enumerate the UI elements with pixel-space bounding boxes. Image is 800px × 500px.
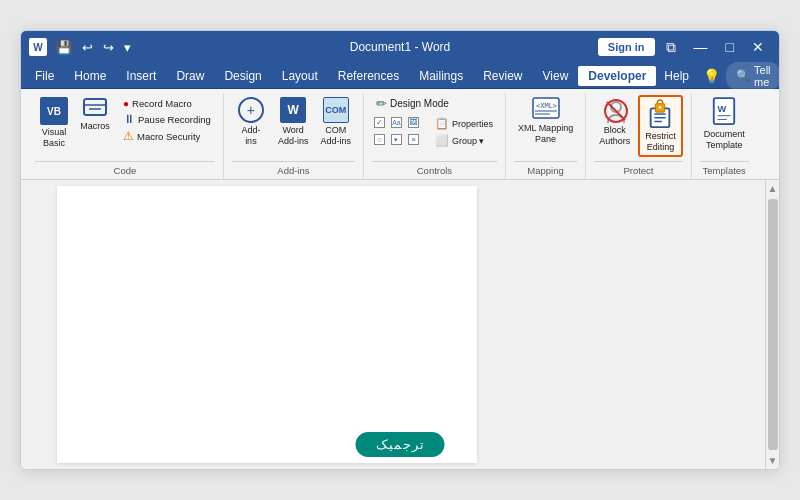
word-add-ins-button[interactable]: W WordAdd-ins — [274, 95, 313, 149]
group-label: Group ▾ — [452, 136, 485, 146]
menu-layout[interactable]: Layout — [272, 66, 328, 86]
restrict-editing-button[interactable]: RestrictEditing — [638, 95, 683, 157]
visual-basic-icon: VB — [40, 97, 68, 125]
protect-group-label: Protect — [594, 161, 683, 179]
search-icon: 🔍 — [736, 69, 750, 82]
controls-col1: ✓ Aa 🖼 — [372, 116, 421, 146]
controls-group-label: Controls — [372, 161, 497, 179]
svg-point-15 — [659, 106, 662, 109]
add-ins-icon: + — [238, 97, 264, 123]
restrict-editing-icon — [647, 99, 673, 129]
ribbon-group-addins: + Add-ins W WordAdd-ins COM COMAdd-ins A… — [224, 93, 364, 179]
menu-file[interactable]: File — [25, 66, 64, 86]
image-icon: 🖼 — [408, 117, 419, 128]
quick-access-toolbar: 💾 ↩ ↪ ▾ — [53, 38, 134, 57]
window-title: Document1 - Word — [215, 40, 586, 54]
macro-security-button[interactable]: ⚠ Macro Security — [119, 128, 204, 144]
scroll-down-arrow[interactable]: ▼ — [768, 452, 778, 469]
menu-help[interactable]: Help — [656, 66, 697, 86]
checkbox-icon: ✓ — [374, 117, 385, 128]
menu-design[interactable]: Design — [214, 66, 271, 86]
maximize-restore-icon[interactable]: ⧉ — [659, 37, 683, 58]
menu-home[interactable]: Home — [64, 66, 116, 86]
svg-rect-0 — [84, 99, 106, 115]
menu-draw[interactable]: Draw — [166, 66, 214, 86]
text-icon: Aa — [391, 117, 402, 128]
sign-in-button[interactable]: Sign in — [598, 38, 655, 56]
menu-insert[interactable]: Insert — [116, 66, 166, 86]
menu-mailings[interactable]: Mailings — [409, 66, 473, 86]
word-window: W 💾 ↩ ↪ ▾ Document1 - Word Sign in ⧉ — □… — [20, 30, 780, 470]
pause-recording-button[interactable]: ⏸ Pause Recording — [119, 111, 215, 127]
ribbon-group-mapping: <XML> XML MappingPane Mapping — [506, 93, 586, 179]
controls-buttons: ✓ Aa 🖼 — [372, 116, 421, 148]
document-template-label: DocumentTemplate — [704, 129, 745, 151]
code-small-buttons: ● Record Macro ⏸ Pause Recording ⚠ Macro… — [119, 97, 215, 144]
vertical-scrollbar[interactable]: ▲ ▼ — [765, 180, 779, 469]
menu-references[interactable]: References — [328, 66, 409, 86]
word-add-ins-label: WordAdd-ins — [278, 125, 309, 147]
warning-icon: ⚠ — [123, 129, 134, 143]
scroll-up-arrow[interactable]: ▲ — [768, 180, 778, 197]
scroll-thumb[interactable] — [768, 199, 778, 450]
document-page — [57, 186, 477, 463]
ribbon-group-templates: W DocumentTemplate Templates — [692, 93, 757, 179]
templates-group-content: W DocumentTemplate — [700, 95, 749, 157]
add-ins-button[interactable]: + Add-ins — [232, 95, 270, 149]
menu-right: Help 💡 🔍 Tell me 💬 — [656, 62, 780, 90]
redo-button[interactable]: ↪ — [100, 38, 117, 57]
ribbon-group-protect: BlockAuthors — [586, 93, 692, 179]
ctrl-check1[interactable]: ✓ — [372, 116, 387, 129]
macro-security-label: Macro Security — [137, 131, 200, 142]
code-group-content: VB VisualBasic Macros — [35, 95, 215, 157]
minimize-button[interactable]: — — [687, 37, 715, 57]
ctrl-text1[interactable]: Aa — [389, 116, 404, 129]
ctrl-list1[interactable]: ≡ — [406, 133, 421, 146]
close-button[interactable]: ✕ — [745, 37, 771, 57]
properties-button[interactable]: 📋 Properties — [431, 116, 497, 131]
record-macro-label: Record Macro — [132, 98, 192, 109]
mapping-group-label: Mapping — [514, 161, 577, 179]
record-icon: ● — [123, 98, 129, 109]
com-add-ins-label: COMAdd-ins — [320, 125, 351, 147]
tell-me-label: Tell me — [754, 64, 771, 88]
controls-group-content: ✏ Design Mode ✓ — [372, 95, 497, 157]
block-authors-label: BlockAuthors — [599, 125, 630, 147]
combo-icon: ▾ — [391, 134, 402, 145]
xml-mapping-icon: <XML> — [532, 97, 560, 121]
list-icon: ≡ — [408, 134, 419, 145]
menu-developer[interactable]: Developer — [578, 66, 656, 86]
undo-button[interactable]: ↩ — [79, 38, 96, 57]
document-template-button[interactable]: W DocumentTemplate — [700, 95, 749, 153]
ctrl-check2[interactable]: ○ — [372, 133, 387, 146]
block-authors-icon — [602, 97, 628, 123]
group-button[interactable]: ⬜ Group ▾ — [431, 133, 497, 148]
protect-group-content: BlockAuthors — [594, 95, 683, 157]
document-area: ▲ ▼ ترجمیک — [21, 180, 779, 469]
ctrl-combo1[interactable]: ▾ — [389, 133, 404, 146]
lightbulb-icon[interactable]: 💡 — [703, 68, 720, 84]
code-group-label: Code — [35, 161, 215, 179]
com-add-ins-button[interactable]: COM COMAdd-ins — [316, 95, 355, 149]
com-add-ins-icon: COM — [323, 97, 349, 123]
macros-button[interactable]: Macros — [76, 95, 114, 134]
visual-basic-button[interactable]: VB VisualBasic — [35, 95, 73, 151]
record-macro-button[interactable]: ● Record Macro — [119, 97, 196, 110]
menu-review[interactable]: Review — [473, 66, 532, 86]
menu-bar: File Home Insert Draw Design Layout Refe… — [21, 63, 779, 89]
maximize-button[interactable]: □ — [719, 37, 741, 57]
design-mode-button[interactable]: ✏ Design Mode — [372, 95, 453, 112]
ribbon-group-code: VB VisualBasic Macros — [27, 93, 224, 179]
title-bar-left: W 💾 ↩ ↪ ▾ — [29, 38, 215, 57]
design-mode-icon: ✏ — [376, 96, 387, 111]
ctrl-img1[interactable]: 🖼 — [406, 116, 421, 129]
qa-dropdown[interactable]: ▾ — [121, 38, 134, 57]
xml-mapping-button[interactable]: <XML> XML MappingPane — [514, 95, 577, 147]
word-add-ins-icon: W — [280, 97, 306, 123]
block-authors-button[interactable]: BlockAuthors — [594, 95, 635, 149]
tell-me-box[interactable]: 🔍 Tell me — [726, 62, 780, 90]
save-button[interactable]: 💾 — [53, 38, 75, 57]
svg-text:<XML>: <XML> — [536, 102, 557, 110]
watermark-badge: ترجمیک — [356, 432, 445, 457]
menu-view[interactable]: View — [533, 66, 579, 86]
